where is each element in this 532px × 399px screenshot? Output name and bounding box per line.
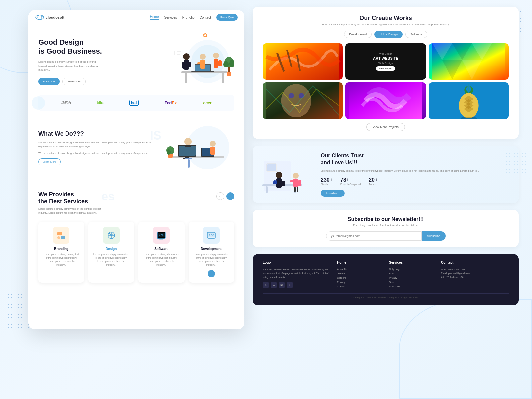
gallery-art-website-title: ART WEBSITE [373,56,398,60]
svg-point-38 [184,138,192,145]
footer-contact-link[interactable]: Contact [337,285,382,288]
footer-about-link[interactable]: About Us [337,268,382,271]
footer-contact-title: Contact [441,261,509,264]
footer-joinus-link[interactable]: Join Us [337,272,382,275]
svg-rect-66 [209,238,214,239]
svg-point-57 [110,234,112,236]
svg-rect-101 [297,187,298,192]
partners-section: IMDb kik• intel FedEx. acer [38,95,234,111]
gallery-art-subtitle: Web Design [378,62,393,65]
trust-learn-more-button[interactable]: Learn More [321,190,345,197]
hero-buttons: Price Que Learn More [38,78,155,85]
footer-section: Logo It is a long established fact that … [253,254,519,305]
prev-arrow-button[interactable]: ← [216,192,224,200]
trust-stat-clients: 230+ Clients [321,177,332,185]
gallery-item-3[interactable] [429,43,509,80]
footer-services-link-2[interactable]: Print [389,272,434,275]
price-que-button[interactable]: Price Que [216,14,238,21]
design-desc: Lorem ipsum is simply dummy text of the … [92,253,131,267]
svg-rect-42 [185,158,192,159]
service-card-development: </> Development Lorem ipsum is simply du… [189,222,235,283]
footer-services-col: Services Only Logo Print Privacy Team Su… [389,261,434,289]
nav-link-services[interactable]: Services [164,16,177,19]
trust-stat-awards: 20+ Awards [369,177,378,185]
tab-development[interactable]: Development [344,31,372,38]
stat-clients-label: Clients [321,183,332,185]
footer-linkedin-icon[interactable]: in [271,282,277,288]
footer-social-3-icon[interactable]: ▣ [279,282,285,288]
svg-rect-19 [214,59,218,68]
creative-works-subtitle: Lorem ipsum is simply dummy text of the … [263,23,509,26]
footer-services-link-3[interactable]: Privacy [389,276,434,279]
newsletter-section: Subscribe to our Newsletter!!! For a lon… [253,210,519,247]
svg-text:</>: </> [159,233,164,237]
dot-pattern-decoration [505,150,529,173]
tab-software[interactable]: Software [405,31,427,38]
creative-works-section: Our Creatie Works Lorem ipsum is simply … [253,7,519,139]
footer-privacy-link[interactable]: Privacy [337,281,382,284]
svg-rect-98 [290,180,294,182]
service-card-design: Design Lorem ipsum is simply dummy text … [88,222,135,283]
svg-rect-7 [222,73,224,83]
sun-icon: ✿ [203,32,208,39]
footer-services-link-5[interactable]: Subscribe [389,285,434,288]
branding-desc: Lorem ipsum is simply dummy text of the … [42,253,80,267]
logo-icon [35,14,44,21]
services-header: We Provides the Best Services es Lorem i… [38,191,234,215]
svg-rect-97 [293,179,298,187]
gallery-item-pineapple[interactable] [429,82,509,119]
services-section: We Provides the Best Services es Lorem i… [28,184,244,289]
software-name: Software [142,247,181,251]
price-que-hero-button[interactable]: Price Que [38,78,60,85]
footer-careers-link[interactable]: Careers [337,276,382,279]
svg-point-2 [41,15,43,17]
footer-services-link-1[interactable]: Only Logo [389,268,434,271]
footer-copyright: CopyRight 2022 https://cloudesoft.co/ Ri… [263,293,509,299]
svg-point-91 [276,172,282,178]
svg-rect-41 [210,147,215,155]
svg-point-1 [38,15,42,20]
next-arrow-button[interactable]: → [226,192,234,200]
trust-section: Our Clients Trustand Love Us!!! Lorem ip… [253,146,519,203]
development-arrow[interactable]: → [208,270,215,277]
newsletter-subscribe-button[interactable]: Subscribe [422,231,446,241]
footer-logo-title: Logo [263,261,331,264]
view-project-button[interactable]: View Project [376,66,396,71]
gallery-item-face[interactable] [263,82,343,119]
what-we-do-section: What We Do??? IS We are media profession… [28,111,244,184]
logo-text: cloudosoft [46,15,64,19]
development-name: Development [193,247,231,251]
footer-facebook-icon[interactable]: f [287,282,293,288]
gallery-item-art-website[interactable]: Web Design ART WEBSITE Web Design View P… [345,43,426,80]
newsletter-title: Subscribe to our Newsletter!!! [263,216,509,222]
footer-social-icons: 𝕏 in ▣ f [263,282,331,288]
footer-logo-col: Logo It is a long established fact that … [263,261,331,289]
hero-text: Good Design is Good Business. Lorem ipsu… [38,38,155,85]
gallery-item-purple[interactable] [345,82,426,119]
trust-stats: 230+ Clients 78+ Projects Completed 20+ … [321,177,511,185]
footer-logo-text: It is a long established fact that a wri… [263,268,331,280]
nav-link-contact[interactable]: Contact [200,16,211,19]
footer-grid: Logo It is a long established fact that … [263,261,509,289]
hero-image: ✿ [155,35,234,88]
svg-point-96 [293,173,299,179]
svg-rect-14 [188,62,191,67]
stat-awards-number: 20+ [369,177,378,183]
gallery-item-1[interactable] [263,43,343,80]
svg-rect-16 [200,60,205,69]
view-more-projects-button[interactable]: View More Projects [366,123,405,131]
svg-rect-25 [227,72,231,76]
wwd-learn-more-button[interactable]: Learn More [38,158,61,165]
learn-more-hero-button[interactable]: Learn More [62,78,86,85]
gallery-web-design-label: Web Design [379,53,392,55]
nav-link-portfolio[interactable]: Protfolio [182,16,195,19]
newsletter-email-input[interactable] [326,231,422,241]
svg-point-78 [281,84,311,117]
tab-uiux[interactable]: UI/UX Design [374,31,403,38]
footer-services-link-4[interactable]: Team [389,281,434,284]
nav-link-home[interactable]: Home [150,15,159,20]
logo-area: cloudosoft [35,14,64,21]
left-website-mockup: cloudosoft Home Services Protfolio Conta… [28,10,244,329]
footer-twitter-icon[interactable]: 𝕏 [263,282,269,288]
navbar: cloudosoft Home Services Protfolio Conta… [28,10,244,25]
